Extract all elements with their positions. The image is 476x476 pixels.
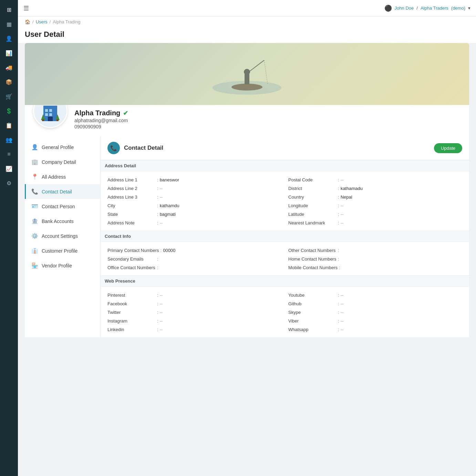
profile-phone: 0909090909 <box>74 124 128 129</box>
nav-account-settings-label: Account Settings <box>42 233 78 239</box>
account-settings-icon: ⚙️ <box>31 233 38 239</box>
field-value-address-note: -- <box>160 220 163 225</box>
contact-detail-icon: 📞 <box>31 188 38 195</box>
update-button[interactable]: Update <box>434 143 462 153</box>
profile-banner: Alpha Trading ✔ alphatrading@gmail.com 0… <box>25 43 469 136</box>
profile-info-row: Alpha Trading ✔ alphatrading@gmail.com 0… <box>25 105 469 136</box>
nav-contact-detail-label: Contact Detail <box>42 189 72 194</box>
sidebar-users-icon[interactable]: 👤 <box>3 32 15 45</box>
field-label-district: District <box>288 186 337 191</box>
right-panel: 📞 Contact Detail Update Address Detail A… <box>101 136 469 337</box>
field-label-mobile-contact: Mobile Contact Numbers <box>288 265 338 270</box>
sidebar-home-icon[interactable]: ⊞ <box>3 3 15 16</box>
company-name-link[interactable]: Alpha Traders <box>421 6 448 11</box>
field-home-contact: Home Contact Numbers : <box>288 255 462 263</box>
home-icon[interactable]: 🏠 <box>25 19 30 24</box>
user-name-link[interactable]: John Doe <box>395 6 414 11</box>
sidebar-dashboard-icon[interactable]: ▦ <box>3 18 15 30</box>
field-value-address-line2: -- <box>160 186 163 191</box>
nav-contact-person-label: Contact Person <box>42 204 75 209</box>
sidebar-truck-icon[interactable]: 🚚 <box>3 61 15 74</box>
field-value-youtube: -- <box>341 293 344 298</box>
bank-accounts-icon: 🏦 <box>31 218 38 224</box>
field-nearest-landmark: Nearest Landmark : -- <box>288 219 462 227</box>
nav-account-settings[interactable]: ⚙️ Account Settings <box>25 229 100 243</box>
field-label-home-contact: Home Contact Numbers <box>288 256 337 262</box>
field-label-nearest-landmark: Nearest Landmark <box>288 220 337 225</box>
general-profile-icon: 👤 <box>31 144 38 150</box>
contact-fields-grid: Primary Contact Numbers : 00000 Secondar… <box>107 246 462 272</box>
sidebar-chart-icon[interactable]: 📊 <box>3 47 15 59</box>
nav-company-detail-label: Company Detail <box>42 159 76 165</box>
web-presence-title: Web Presence <box>101 275 469 287</box>
field-label-address-line3: Address Line 3 <box>107 194 156 200</box>
nav-contact-person[interactable]: 🪪 Contact Person <box>25 199 100 214</box>
sidebar: ⊞ ▦ 👤 📊 🚚 📦 🛒 💲 📋 👥 ≡ 📈 ⚙ <box>0 0 18 476</box>
dropdown-icon[interactable]: ▾ <box>468 6 470 11</box>
sidebar-cart-icon[interactable]: 🛒 <box>3 90 15 103</box>
sidebar-analytics-icon[interactable]: 📈 <box>3 162 15 175</box>
field-value-address-line3: -- <box>160 194 163 200</box>
breadcrumb-users[interactable]: Users <box>36 19 48 24</box>
web-fields-right: Youtube : -- Github : -- <box>288 291 462 334</box>
field-value-primary-contact: 00000 <box>163 248 175 253</box>
web-fields-left: Pinterest : -- Facebook : -- <box>107 291 281 334</box>
web-presence-section: Web Presence Pinterest : -- Facebook <box>101 275 469 337</box>
field-label-state: State <box>107 212 156 217</box>
field-mobile-contact: Mobile Contact Numbers : <box>288 263 462 272</box>
breadcrumb: 🏠 / Users / Alpha Trading <box>25 19 469 24</box>
address-fields-grid: Address Line 1 : baneswor Address Line 2… <box>107 176 462 227</box>
field-value-viber: -- <box>341 318 344 324</box>
field-label-whatsapp: Whatsapp <box>288 327 337 332</box>
left-nav: 👤 General Profile 🏢 Company Detail 📍 All… <box>25 136 101 337</box>
field-label-viber: Viber <box>288 318 337 324</box>
field-skype: Skype : -- <box>288 308 462 317</box>
contact-info-title: Contact Info <box>101 231 469 242</box>
sidebar-settings-icon[interactable]: ⚙ <box>3 177 15 189</box>
field-label-pinterest: Pinterest <box>107 293 156 298</box>
field-district: District : kathamadu <box>288 184 462 193</box>
nav-customer-profile[interactable]: 👔 Customer Profile <box>25 243 100 258</box>
svg-point-1 <box>231 84 262 91</box>
nav-contact-detail[interactable]: 📞 Contact Detail <box>25 184 100 199</box>
topbar-left: ☰ <box>23 4 29 12</box>
svg-rect-7 <box>45 109 48 112</box>
field-label-skype: Skype <box>288 310 337 315</box>
address-detail-section: Address Detail Address Line 1 : baneswor <box>101 160 469 231</box>
field-facebook: Facebook : -- <box>107 299 281 308</box>
svg-rect-11 <box>48 117 53 121</box>
sidebar-lists-icon[interactable]: ≡ <box>3 148 15 160</box>
field-address-line2: Address Line 2 : -- <box>107 184 281 193</box>
field-office-contact: Office Contact Numbers : <box>107 263 281 272</box>
svg-line-4 <box>247 60 264 73</box>
nav-general-profile[interactable]: 👤 General Profile <box>25 140 100 155</box>
breadcrumb-current: Alpha Trading <box>53 19 80 24</box>
field-label-country: Country <box>288 194 337 200</box>
field-value-whatsapp: -- <box>341 327 344 332</box>
field-address-line1: Address Line 1 : baneswor <box>107 176 281 184</box>
customer-profile-icon: 👔 <box>31 247 38 254</box>
field-value-postal-code: -- <box>341 177 344 182</box>
sidebar-contacts-icon[interactable]: 📋 <box>3 119 15 131</box>
sidebar-inventory-icon[interactable]: 📦 <box>3 76 15 88</box>
nav-general-profile-label: General Profile <box>42 145 74 150</box>
field-label-postal-code: Postal Code <box>288 177 337 182</box>
field-secondary-emails: Secondary Emails : <box>107 255 281 263</box>
field-twitter: Twitter : -- <box>107 308 281 317</box>
svg-rect-8 <box>49 109 52 112</box>
field-value-latitude: -- <box>341 212 344 217</box>
svg-rect-15 <box>56 119 59 121</box>
nav-vendor-profile[interactable]: 🏪 Vendor Profile <box>25 258 100 273</box>
sidebar-team-icon[interactable]: 👥 <box>3 134 15 146</box>
nav-bank-accounts[interactable]: 🏦 Bank Accounts <box>25 214 100 229</box>
field-label-latitude: Latitude <box>288 212 337 217</box>
address-fields-left: Address Line 1 : baneswor Address Line 2… <box>107 176 281 227</box>
hamburger-menu[interactable]: ☰ <box>23 4 29 12</box>
field-value-address-line1: baneswor <box>160 177 179 182</box>
field-value-district: kathamadu <box>341 186 363 191</box>
nav-all-address[interactable]: 📍 All Address <box>25 169 100 184</box>
topbar-separator: / <box>416 6 418 11</box>
sidebar-billing-icon[interactable]: 💲 <box>3 105 15 117</box>
nav-company-detail[interactable]: 🏢 Company Detail <box>25 155 100 169</box>
field-value-linkedin: -- <box>160 327 163 332</box>
